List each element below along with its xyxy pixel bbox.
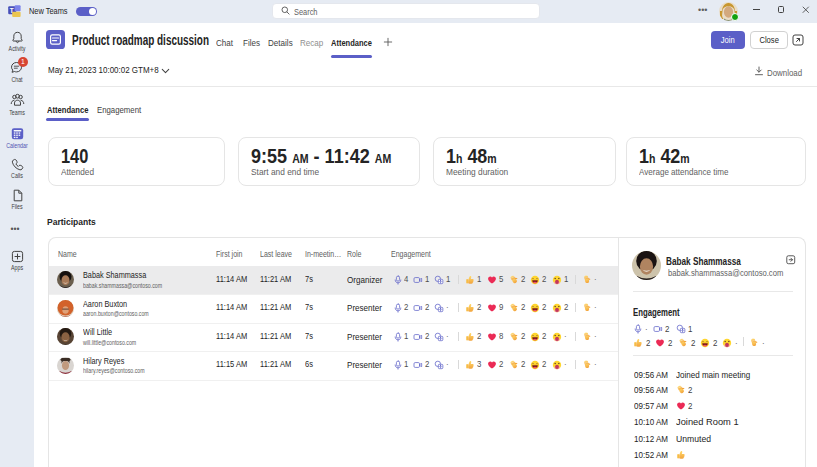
svg-text:T: T xyxy=(10,7,14,14)
